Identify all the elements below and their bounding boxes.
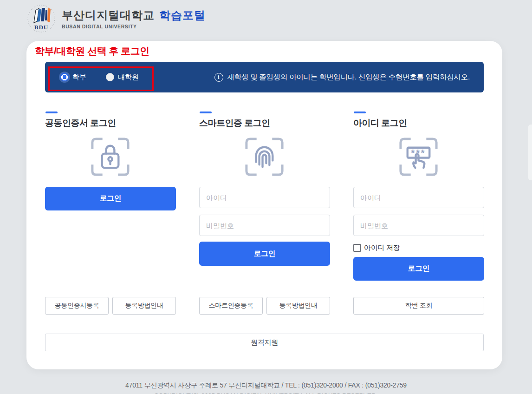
university-name-en: BUSAN DIGITAL UNIVERSITY (62, 24, 206, 29)
banner-info: i 재학생 및 졸업생의 아이디는 학번입니다. 신입생은 수험번호를 입력하십… (214, 72, 484, 82)
portal-name: 학습포털 (159, 8, 206, 23)
radio-undergraduate-label: 학부 (72, 73, 86, 82)
quick-menu-edge-tab[interactable] (528, 125, 532, 180)
student-number-lookup-button[interactable]: 학번 조회 (353, 297, 484, 315)
remote-support-button[interactable]: 원격지원 (45, 334, 484, 351)
certificate-footer-buttons: 공동인증서등록 등록방법안내 (45, 297, 176, 315)
accent-dash (200, 112, 212, 113)
accent-dash (45, 112, 58, 113)
smart-guide-button[interactable]: 등록방법안내 (266, 297, 330, 315)
certificate-guide-button[interactable]: 등록방법안내 (112, 297, 176, 315)
banner-info-text: 재학생 및 졸업생의 아이디는 학번입니다. 신입생은 수험번호를 입력하십시오… (227, 72, 470, 82)
logo-text: 부산디지털대학교 학습포털 BUSAN DIGITAL UNIVERSITY (62, 8, 206, 29)
id-footer-buttons: 학번 조회 (353, 297, 484, 315)
smart-footer-buttons: 스마트인증등록 등록방법안내 (199, 297, 330, 315)
footer-address: 47011 부산광역시 사상구 주례로 57 부산디지털대학교 / TEL : … (0, 381, 532, 390)
id-login-button[interactable]: 로그인 (353, 257, 484, 281)
certificate-register-button[interactable]: 공동인증서등록 (45, 297, 109, 315)
panel-id-title: 아이디 로그인 (353, 117, 407, 129)
university-name-ko: 부산디지털대학교 (62, 8, 155, 23)
lock-scan-icon (88, 135, 132, 179)
radio-unselected-icon[interactable] (106, 73, 114, 81)
accent-dash (354, 112, 366, 113)
certificate-login-button[interactable]: 로그인 (45, 187, 176, 210)
bdu-emblem-icon: BDU (26, 4, 56, 33)
account-type-banner: 학부 대학원 i 재학생 및 졸업생의 아이디는 학번입니다. 신입생은 수험번… (45, 62, 484, 92)
panel-certificate-title: 공동인증서 로그인 (45, 117, 116, 129)
account-type-radio-group: 학부 대학원 (45, 73, 139, 82)
login-card: 학부/대학원 선택 후 로그인 학부 대학원 i 재학생 및 졸업생의 아이디는… (26, 41, 502, 369)
radio-graduate[interactable]: 대학원 (106, 73, 139, 82)
panel-id-login: 아이디 로그인 *** 아이디 저장 로그인 학번 조회 (353, 111, 484, 324)
password-scan-icon: *** (396, 135, 441, 179)
save-id-row[interactable]: 아이디 저장 (353, 243, 400, 252)
panel-certificate-login: 공동인증서 로그인 로그인 공동인증서등록 등록방법안내 (45, 111, 176, 324)
id-login-id-input[interactable] (353, 187, 484, 208)
footer-copyright: COPYRIGHT(C) 2025 BUSAN DIGITAL UNIVERSI… (0, 392, 532, 394)
radio-undergraduate[interactable]: 학부 (60, 73, 86, 82)
info-icon: i (214, 73, 223, 82)
panel-smart-login: 스마트인증 로그인 로그인 스마트인증등록 등록방법안내 (199, 111, 330, 324)
smart-id-input[interactable] (199, 187, 330, 208)
header-logo[interactable]: BDU 부산디지털대학교 학습포털 BUSAN DIGITAL UNIVERSI… (26, 4, 206, 33)
radio-selected-icon[interactable] (60, 73, 69, 81)
radio-graduate-label: 대학원 (118, 73, 139, 82)
id-login-password-input[interactable] (353, 215, 484, 236)
page-title: 학부/대학원 선택 후 로그인 (35, 45, 149, 58)
smart-password-input[interactable] (199, 215, 330, 236)
fingerprint-scan-icon (242, 135, 286, 179)
smart-login-button[interactable]: 로그인 (199, 242, 330, 266)
page: BDU 부산디지털대학교 학습포털 BUSAN DIGITAL UNIVERSI… (0, 0, 532, 394)
smart-register-button[interactable]: 스마트인증등록 (199, 297, 263, 315)
save-id-label: 아이디 저장 (364, 243, 400, 252)
save-id-checkbox[interactable] (353, 244, 361, 252)
bdu-acronym: BDU (34, 24, 48, 31)
panel-smart-title: 스마트인증 로그인 (199, 117, 270, 129)
